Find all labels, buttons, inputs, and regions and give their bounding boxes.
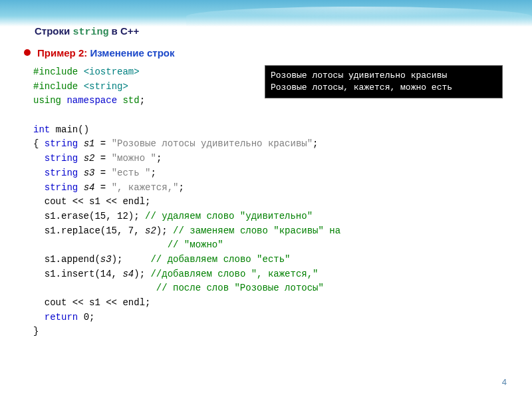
tok: ; bbox=[150, 168, 156, 178]
tok: <iostream> bbox=[84, 66, 140, 77]
tok: ; bbox=[313, 138, 318, 149]
tok bbox=[33, 168, 45, 178]
title-prefix: Строки bbox=[35, 25, 72, 37]
example-label: Пример 2: bbox=[37, 47, 90, 59]
tok: s1.append( bbox=[33, 254, 100, 265]
tok: ", кажется," bbox=[112, 182, 179, 193]
tok: "Розовые лотосы удивительно красивы" bbox=[112, 138, 313, 149]
tok: s3 = bbox=[78, 168, 111, 178]
tok: ); bbox=[112, 254, 151, 265]
tok: s4 bbox=[122, 269, 134, 279]
tok bbox=[33, 312, 45, 323]
tok: std bbox=[122, 95, 139, 106]
source-code: #include <iostream> #include <string> us… bbox=[33, 65, 503, 339]
tok: { bbox=[33, 138, 45, 149]
tok: <string> bbox=[84, 81, 128, 92]
tok: s1.insert(14, bbox=[33, 269, 122, 279]
tok bbox=[33, 182, 45, 193]
subtitle-line: Пример 2: Изменение строк bbox=[24, 47, 532, 59]
tok: } bbox=[33, 326, 39, 336]
tok: "есть " bbox=[112, 168, 151, 178]
tok: // добавляем слово "есть" bbox=[150, 254, 290, 265]
tok: ; bbox=[178, 182, 184, 193]
tok: #include bbox=[33, 66, 84, 77]
tok: "можно " bbox=[112, 153, 156, 164]
tok: string bbox=[45, 168, 78, 178]
tok: ; bbox=[140, 95, 145, 106]
tok: string bbox=[45, 182, 78, 193]
tok: //добавляем слово ", кажется," bbox=[150, 269, 318, 279]
tok bbox=[33, 239, 168, 250]
tok: main() bbox=[50, 124, 89, 135]
tok: #include bbox=[33, 81, 84, 92]
tok bbox=[33, 153, 45, 164]
slide-header-curve bbox=[186, 7, 532, 27]
tok: s4 = bbox=[78, 182, 111, 193]
page-number: 4 bbox=[502, 377, 507, 387]
tok: ; bbox=[156, 153, 162, 164]
title-suffix: в С++ bbox=[108, 25, 139, 37]
tok bbox=[33, 283, 156, 293]
title-code: string bbox=[72, 27, 108, 38]
tok: return bbox=[45, 312, 78, 323]
console-line: Розовые лотосы удивительно красивы bbox=[271, 70, 497, 82]
tok: s1 = bbox=[78, 138, 111, 149]
console-line: Розовые лотосы, кажется, можно есть bbox=[271, 82, 497, 94]
tok: // после слов "Розовые лотосы" bbox=[156, 283, 324, 293]
code-area: Розовые лотосы удивительно красивы Розов… bbox=[33, 65, 503, 339]
tok: s1.replace(15, 7, bbox=[33, 225, 145, 236]
tok: string bbox=[45, 138, 78, 149]
slide-title: Строки string в С++ bbox=[35, 25, 532, 38]
tok: // заменяем слово "красивы" на bbox=[173, 225, 340, 236]
example-desc: Изменение строк bbox=[90, 47, 174, 59]
bullet-icon bbox=[24, 49, 31, 56]
tok: 0; bbox=[78, 312, 94, 323]
tok: s2 bbox=[145, 225, 156, 236]
tok: s1.erase(15, 12); bbox=[33, 211, 145, 221]
tok: cout << s1 << endl; bbox=[33, 196, 150, 207]
tok: int bbox=[33, 124, 50, 135]
console-output: Розовые лотосы удивительно красивы Розов… bbox=[265, 65, 503, 98]
tok: cout << s1 << endl; bbox=[33, 297, 150, 308]
tok: s2 = bbox=[78, 153, 111, 164]
tok: // удаляем слово "удивительно" bbox=[145, 211, 313, 221]
tok: using bbox=[33, 95, 61, 106]
tok: s3 bbox=[100, 254, 112, 265]
tok: ); bbox=[134, 269, 150, 279]
tok: namespace bbox=[61, 95, 122, 106]
tok: ); bbox=[156, 225, 173, 236]
tok: // "можно" bbox=[168, 239, 223, 250]
tok: string bbox=[45, 153, 78, 164]
